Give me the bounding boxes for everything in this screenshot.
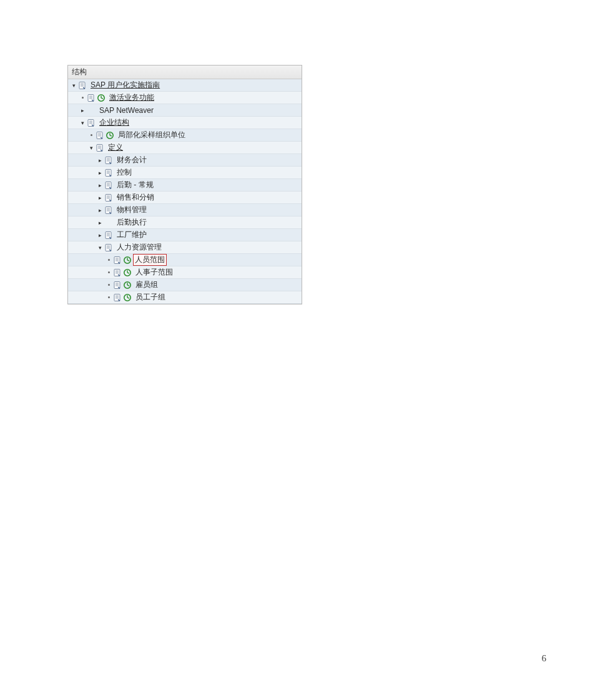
indent-spacer	[71, 147, 88, 148]
indent-spacer	[71, 185, 97, 185]
expand-toggle-icon[interactable]: ▸	[97, 182, 103, 188]
tree-row[interactable]: ▾ 人力资源管理	[68, 241, 302, 254]
img-tree-panel: 结构 ▾ SAP 用户化实施指南 激活业务功能▸SAP NetWeaver▾ 企…	[67, 65, 302, 304]
tree-row[interactable]: ▸ 销售和分销	[68, 192, 302, 204]
expand-toggle-icon[interactable]: ▸	[97, 195, 103, 201]
icon-spacer	[87, 106, 96, 115]
tree-row[interactable]: ▸SAP NetWeaver	[68, 104, 302, 117]
collapse-toggle-icon[interactable]: ▾	[79, 120, 86, 126]
indent-spacer	[71, 197, 97, 198]
svg-line-67	[127, 273, 129, 273]
activity-icon[interactable]	[123, 268, 132, 277]
document-icon[interactable]	[113, 256, 122, 265]
document-icon[interactable]	[96, 143, 104, 152]
page-number: 6	[542, 653, 547, 664]
document-icon[interactable]	[104, 168, 113, 177]
collapse-toggle-icon[interactable]: ▾	[97, 245, 103, 251]
tree-row[interactable]: ▸后勤执行	[68, 216, 302, 229]
leaf-bullet-icon	[106, 282, 112, 288]
tree-node-label[interactable]: 工厂维护	[114, 230, 147, 240]
tree-node-label[interactable]: 局部化采样组织单位	[116, 130, 185, 140]
tree-row[interactable]: 人员范围	[68, 254, 302, 266]
document-icon[interactable]	[113, 268, 122, 277]
tree-node-label[interactable]: SAP 用户化实施指南	[88, 80, 160, 90]
expand-toggle-icon[interactable]: ▸	[97, 157, 103, 163]
tree-header: 结构	[68, 66, 302, 79]
svg-line-10	[101, 98, 103, 99]
tree-row[interactable]: ▸ 工厂维护	[68, 229, 302, 241]
tree-row[interactable]: ▸ 财务会计	[68, 154, 302, 167]
document-icon[interactable]	[104, 193, 113, 202]
expand-toggle-icon[interactable]: ▸	[97, 232, 103, 238]
tree-node-label[interactable]: 人力资源管理	[114, 242, 162, 253]
tree-row[interactable]: 激活业务功能	[68, 92, 302, 104]
tree-node-label[interactable]: 控制	[114, 167, 132, 178]
tree-row[interactable]: ▾ SAP 用户化实施指南	[68, 79, 302, 92]
activity-icon[interactable]	[123, 256, 132, 265]
activity-icon[interactable]	[97, 94, 106, 102]
tree-node-label[interactable]: 销售和分销	[114, 192, 154, 203]
indent-spacer	[71, 97, 79, 98]
indent-spacer	[71, 297, 106, 298]
activity-icon[interactable]	[106, 131, 114, 140]
indent-spacer	[71, 110, 79, 110]
tree-body: ▾ SAP 用户化实施指南 激活业务功能▸SAP NetWeaver▾ 企业结构…	[68, 79, 302, 304]
tree-row[interactable]: 人事子范围	[68, 266, 302, 279]
indent-spacer	[71, 284, 106, 285]
expand-toggle-icon[interactable]: ▸	[79, 107, 86, 114]
icon-spacer	[104, 218, 113, 227]
tree-row[interactable]: ▾ 企业结构	[68, 117, 302, 129]
collapse-toggle-icon[interactable]: ▾	[71, 82, 77, 89]
document-icon[interactable]	[113, 281, 122, 289]
svg-line-21	[110, 135, 112, 136]
tree-node-label[interactable]: 激活业务功能	[107, 92, 154, 103]
document-icon[interactable]	[96, 131, 104, 140]
document-icon[interactable]	[87, 94, 96, 102]
tree-node-label[interactable]: 人事子范围	[133, 267, 173, 278]
activity-icon[interactable]	[123, 281, 132, 289]
tree-node-label[interactable]: 员工子组	[133, 292, 165, 303]
tree-node-label[interactable]: 企业结构	[97, 117, 129, 128]
document-icon[interactable]	[104, 156, 113, 165]
tree-row[interactable]: ▸ 控制	[68, 167, 302, 179]
tree-node-label[interactable]: 后勤执行	[114, 217, 147, 228]
svg-line-81	[127, 298, 129, 298]
leaf-bullet-icon	[106, 270, 112, 276]
document-icon[interactable]	[104, 231, 113, 240]
indent-spacer	[71, 235, 97, 235]
indent-spacer	[71, 260, 106, 260]
tree-row[interactable]: ▾ 定义	[68, 142, 302, 154]
leaf-bullet-icon	[106, 294, 112, 301]
document-icon[interactable]	[78, 81, 87, 90]
indent-spacer	[71, 172, 97, 173]
indent-spacer	[71, 222, 97, 223]
tree-node-label[interactable]: SAP NetWeaver	[97, 106, 154, 115]
tree-row[interactable]: ▸ 后勤 - 常规	[68, 179, 302, 192]
activity-icon[interactable]	[123, 293, 132, 302]
tree-node-label[interactable]: 物料管理	[114, 205, 147, 215]
tree-row[interactable]: 员工子组	[68, 291, 302, 304]
expand-toggle-icon[interactable]: ▸	[97, 207, 103, 213]
collapse-toggle-icon[interactable]: ▾	[88, 145, 94, 151]
expand-toggle-icon[interactable]: ▸	[97, 220, 103, 226]
tree-node-label[interactable]: 定义	[106, 142, 123, 153]
document-icon[interactable]	[113, 293, 122, 302]
document-icon[interactable]	[104, 206, 113, 215]
tree-node-label[interactable]: 人员范围	[133, 254, 167, 266]
document-icon[interactable]	[104, 243, 113, 252]
indent-spacer	[71, 272, 106, 273]
tree-row[interactable]: 雇员组	[68, 279, 302, 291]
document-icon[interactable]	[87, 119, 96, 127]
document-icon[interactable]	[104, 181, 113, 190]
tree-node-label[interactable]: 后勤 - 常规	[114, 180, 154, 190]
leaf-bullet-icon	[106, 257, 112, 263]
expand-toggle-icon[interactable]: ▸	[97, 170, 103, 176]
svg-line-74	[127, 285, 129, 286]
tree-node-label[interactable]: 雇员组	[133, 280, 158, 290]
tree-node-label[interactable]: 财务会计	[114, 155, 147, 165]
indent-spacer	[71, 247, 97, 248]
tree-row[interactable]: 局部化采样组织单位	[68, 129, 302, 142]
indent-spacer	[71, 210, 97, 210]
tree-row[interactable]: ▸ 物料管理	[68, 204, 302, 216]
leaf-bullet-icon	[88, 132, 94, 139]
